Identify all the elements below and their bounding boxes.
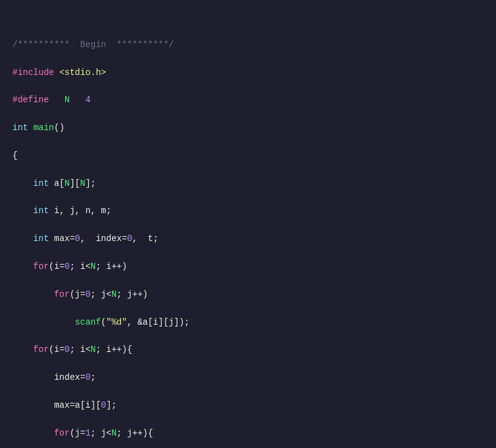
line-12: for(i=0; i<N; i++){ [12,343,484,356]
line-6: int a[N][N]; [12,177,484,190]
main-func: main [33,123,55,133]
line-11: scanf("%d", &a[i][j]); [12,315,484,329]
type-int-2: int [33,206,49,216]
define-directive: #define [12,95,49,105]
comment-begin: /********** Begin **********/ [12,40,174,50]
type-int-1: int [33,178,49,188]
for-kw-2: for [54,289,69,299]
macro-val: 4 [86,95,91,105]
code-editor: /********** Begin **********/ #include <… [12,10,484,448]
line-8: int max=0, index=0, t; [12,232,484,245]
line-2: #include <stdio.h> [12,66,484,79]
line-1: /********** Begin **********/ [12,38,484,51]
line-9: for(i=0; i<N; i++) [12,260,484,273]
for-kw-4: for [54,428,69,438]
scanf-func: scanf [75,317,101,327]
line-15: for(j=1; j<N; j++){ [12,426,484,440]
include-directive: #include [12,68,54,77]
line-13: index=0; [12,371,484,384]
for-kw-3: for [33,345,49,354]
line-5: { [12,149,484,162]
line-3: #define N 4 [12,93,484,107]
line-4: int main() [12,121,484,134]
type-int-3: int [33,234,49,244]
line-7: int i, j, n, m; [12,204,484,217]
include-file: <stdio.h> [60,68,107,77]
for-kw-1: for [33,261,49,271]
line-10: for(j=0; j<N; j++) [12,288,484,301]
line-14: max=a[i][0]; [12,398,484,412]
return-type: int [12,123,28,133]
